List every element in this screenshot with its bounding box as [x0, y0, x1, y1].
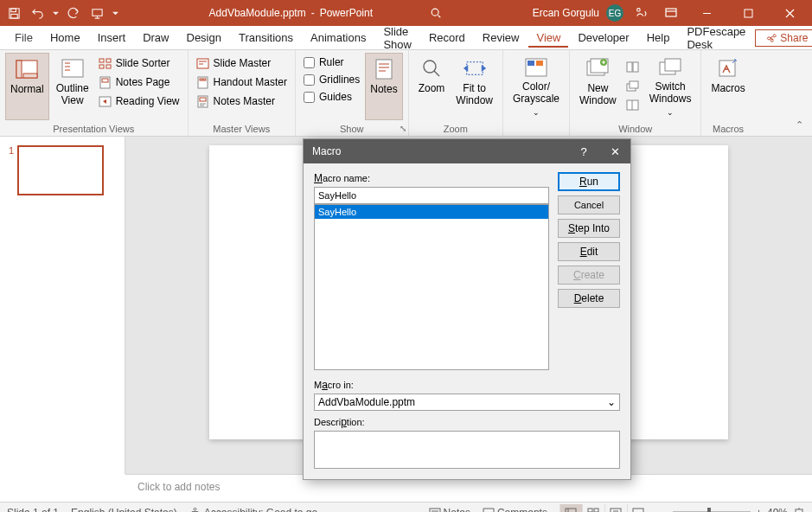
zoom-in-button[interactable]: + — [756, 507, 762, 513]
arrange-all-icon — [626, 60, 640, 74]
fit-window-button[interactable]: Fit to Window — [451, 53, 497, 120]
group-master-views: Slide Master Handout Master Notes Master… — [189, 50, 296, 136]
show-launcher-icon[interactable]: ⤡ — [400, 124, 406, 133]
macro-dialog: Macro ? ✕ Macro name: SayHello Run Cance… — [303, 138, 631, 480]
sorter-view-status-icon[interactable] — [582, 504, 604, 513]
normal-view-button[interactable]: Normal — [5, 53, 49, 120]
svg-rect-24 — [200, 98, 206, 101]
outline-view-button[interactable]: Outline View — [52, 53, 93, 120]
slide-count[interactable]: Slide 1 of 1 — [7, 507, 59, 513]
normal-view-status-icon[interactable] — [559, 504, 582, 513]
tab-slideshow[interactable]: Slide Show — [375, 22, 419, 54]
svg-rect-3 — [92, 9, 101, 16]
color-grayscale-icon — [524, 56, 548, 79]
svg-rect-6 — [666, 9, 676, 16]
view-mode-buttons — [559, 504, 649, 513]
dialog-title-bar[interactable]: Macro ? ✕ — [304, 139, 630, 163]
tab-design[interactable]: Design — [179, 28, 229, 48]
svg-rect-15 — [106, 65, 111, 68]
macro-list[interactable]: SayHello — [314, 204, 549, 370]
accessibility-status[interactable]: Accessibility: Good to go — [189, 507, 317, 513]
create-button: Create — [558, 266, 620, 285]
macro-list-item[interactable]: SayHello — [315, 205, 548, 219]
redo-icon[interactable] — [65, 4, 82, 22]
tab-transitions[interactable]: Transitions — [231, 28, 301, 48]
zoom-icon — [419, 56, 444, 80]
dialog-help-button[interactable]: ? — [568, 139, 599, 163]
color-grayscale-button[interactable]: Color/ Grayscale⌄ — [508, 53, 564, 120]
macro-name-label: Macro name: — [314, 172, 549, 184]
slide-master-icon — [196, 56, 210, 70]
undo-icon[interactable] — [29, 4, 46, 22]
slide-sorter-icon — [99, 56, 112, 70]
zoom-button[interactable]: Zoom — [414, 53, 450, 120]
language[interactable]: English (United States) — [71, 507, 177, 513]
tab-animations[interactable]: Animations — [303, 28, 374, 48]
tab-record[interactable]: Record — [421, 28, 473, 48]
arrange-all-button[interactable] — [623, 58, 643, 75]
mic-icon[interactable] — [630, 0, 653, 26]
notes-button[interactable]: Notes — [365, 53, 402, 120]
description-textarea[interactable] — [314, 431, 620, 469]
tab-developer[interactable]: Developer — [570, 28, 636, 48]
move-split-button[interactable] — [623, 96, 643, 113]
step-into-button[interactable]: Step Into — [558, 219, 620, 238]
user-name[interactable]: Ercan Gorgulu — [533, 7, 599, 19]
tab-file[interactable]: File — [7, 28, 41, 48]
tab-draw[interactable]: Draw — [135, 28, 176, 48]
dialog-close-button[interactable]: ✕ — [599, 139, 630, 163]
run-button[interactable]: Run — [558, 172, 620, 191]
app-name: PowerPoint — [320, 7, 373, 19]
tab-home[interactable]: Home — [42, 28, 88, 48]
delete-button[interactable]: Delete — [558, 289, 620, 308]
svg-rect-1 — [10, 8, 16, 11]
cascade-button[interactable] — [623, 77, 643, 94]
svg-point-4 — [432, 9, 438, 16]
ruler-checkbox[interactable]: Ruler — [301, 54, 362, 70]
tab-pdfescape[interactable]: PDFescape Desk — [679, 22, 753, 54]
handout-master-button[interactable]: Handout Master — [194, 74, 290, 91]
save-icon[interactable] — [5, 4, 22, 22]
guides-checkbox[interactable]: Guides — [301, 89, 362, 105]
quick-access-toolbar — [5, 4, 118, 22]
switch-windows-button[interactable]: Switch Windows⌄ — [645, 53, 696, 120]
macro-in-select[interactable]: AddVbaModule.pptm⌄ — [314, 394, 620, 411]
notes-master-button[interactable]: Notes Master — [194, 93, 290, 110]
reading-view-status-icon[interactable] — [604, 504, 627, 513]
fit-to-window-status-icon[interactable] — [793, 508, 805, 513]
outline-view-icon — [61, 56, 85, 80]
share-button[interactable]: Share — [755, 29, 812, 47]
macro-name-input[interactable] — [314, 187, 549, 204]
new-window-button[interactable]: New Window — [575, 53, 621, 120]
slide-master-button[interactable]: Slide Master — [194, 54, 290, 72]
qat-more-icon[interactable] — [112, 4, 118, 22]
reading-view-icon — [99, 94, 112, 108]
collapse-ribbon-icon[interactable]: ⌃ — [796, 119, 803, 131]
svg-rect-46 — [594, 509, 598, 512]
search-icon[interactable] — [430, 7, 442, 19]
macros-button[interactable]: Macros — [707, 53, 749, 120]
tab-insert[interactable]: Insert — [90, 28, 134, 48]
gridlines-checkbox[interactable]: Gridlines — [301, 72, 362, 87]
notes-page-button[interactable]: Notes Page — [96, 74, 182, 91]
present-icon[interactable] — [88, 4, 105, 22]
user-avatar[interactable]: EG — [606, 4, 623, 22]
svg-rect-7 — [745, 10, 752, 17]
svg-rect-14 — [99, 65, 104, 68]
tab-review[interactable]: Review — [475, 28, 527, 48]
tab-help[interactable]: Help — [639, 28, 678, 48]
tab-view[interactable]: View — [528, 28, 568, 48]
svg-rect-51 — [796, 509, 802, 513]
edit-button[interactable]: Edit — [558, 242, 620, 261]
comments-toggle[interactable]: Comments — [483, 507, 547, 513]
reading-view-button[interactable]: Reading View — [96, 93, 182, 110]
thumbnail-1[interactable]: 1 — [9, 145, 116, 195]
cancel-button[interactable]: Cancel — [558, 195, 620, 214]
slide-sorter-button[interactable]: Slide Sorter — [96, 54, 182, 72]
zoom-percent[interactable]: 49% — [767, 507, 788, 513]
close-button[interactable] — [772, 0, 807, 26]
undo-dropdown-icon[interactable] — [52, 4, 59, 22]
notes-toggle[interactable]: Notes — [429, 507, 470, 513]
slideshow-status-icon[interactable] — [627, 504, 649, 513]
zoom-out-button[interactable]: − — [662, 507, 668, 513]
